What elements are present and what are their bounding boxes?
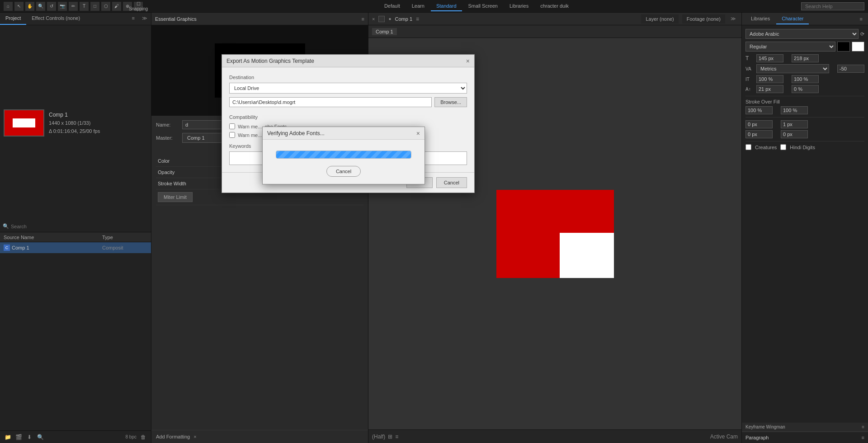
kf-wingman-menu[interactable]: ≡ [862,424,864,429]
warn-cb2-label: Warn me... [238,132,262,138]
snapping-checkbox[interactable]: ☐ Snapping [134,2,143,11]
export-dialog-close-btn[interactable]: × [466,57,470,65]
view-options-icon[interactable]: ≡ [395,434,398,440]
paint-tool[interactable]: 🖌 [112,2,121,11]
list-item[interactable]: C Comp 1 Composit [0,242,151,253]
leading-input[interactable] [792,54,819,62]
char-divider3 [745,141,864,141]
fill-swatch[interactable] [837,42,850,52]
select-tool[interactable]: ↖ [14,2,24,11]
browse-btn[interactable]: Browse... [434,97,467,107]
stroke-over-fill-label: Stroke Over Fill [745,99,780,104]
shape-tool[interactable]: □ [90,2,99,11]
miter-limit-btn[interactable]: Miter Limit [158,192,193,202]
verify-progress-bar [276,151,411,158]
camera-tool[interactable]: 📷 [58,2,67,11]
pen-tool[interactable]: ✏ [69,2,78,11]
font-row: Adobe Arabic ⟳ [745,29,864,39]
style-select[interactable]: Regular [745,42,835,52]
export-cancel-btn[interactable]: Cancel [436,177,467,188]
verify-close-btn[interactable]: × [416,130,420,137]
warn-cb2[interactable] [229,132,235,138]
eg-title: Essential Graphics [155,16,197,22]
puppet-tool[interactable]: ⬡ [101,2,110,11]
new-comp-icon[interactable]: 🎬 [14,433,23,441]
hindi-digits-checkbox[interactable] [780,144,786,150]
search-icon2[interactable]: 🔍 [36,433,44,441]
panel-menu-btn[interactable]: ≡ [128,13,138,25]
verify-cancel-btn[interactable]: Cancel [326,166,361,177]
verify-dialog-body: Cancel [263,140,425,184]
zoom-tool[interactable]: 🔍 [36,2,45,11]
char-content: Adobe Arabic ⟳ Regular T VA [742,25,868,423]
file-rows: C Comp 1 Composit [0,242,151,430]
kerning-select[interactable]: Metrics [756,64,829,73]
comp-header-expand-icon[interactable]: ≫ [729,14,738,24]
comp-thumbnail [4,109,44,137]
add-formatting-btn[interactable]: Add Formatting [156,434,190,439]
path-input[interactable] [229,97,432,107]
resolution-icon[interactable]: ⊞ [388,434,392,440]
comp-panel-header: × ● Comp 1 ≡ Layer (none) Footage (none)… [368,13,741,25]
tab-chracter[interactable]: chracter duik [535,1,574,11]
comp-tab-active[interactable]: Comp 1 [395,16,412,22]
tab-libraries[interactable]: Libraries [504,1,534,11]
tsume-input[interactable] [792,85,819,93]
stroke-width2-input[interactable] [781,106,808,114]
kf-wingman-section: Keyframe Wingman ≡ [742,423,868,432]
comp-icon: C [4,245,10,251]
panel-expand-btn[interactable]: ≫ [138,13,151,25]
search-input[interactable] [801,2,864,10]
zoom-level[interactable]: (Half) [372,434,385,440]
tab-project[interactable]: Project [0,13,26,25]
indent-row1 [745,120,864,128]
hindi-digits-label: Hindi Digits [790,145,815,150]
hand-tool[interactable]: ✋ [25,2,34,11]
verify-dialog-title: Verifying Adobe Fonts... [267,130,325,137]
tab-learn[interactable]: Learn [406,1,430,11]
warn-cb1[interactable] [229,123,235,129]
comp-tab-menu-icon[interactable]: ≡ [416,16,419,22]
footage-panel-tab[interactable]: Footage (none) [682,14,725,24]
destination-select[interactable]: Local Drive [229,83,467,94]
verify-dialog: Verifying Adobe Fonts... × Cancel [262,127,425,184]
indent-before-input[interactable] [745,120,773,128]
space-after-input[interactable] [781,130,808,138]
verify-progress-bg [276,151,411,159]
trash-icon[interactable]: 🗑 [139,433,147,441]
tab-small-screen[interactable]: Small Screen [463,1,503,11]
tab-libraries[interactable]: Libraries [745,14,775,24]
stroke-swatch[interactable] [852,42,864,52]
creatures-checkbox[interactable] [745,144,751,150]
vert-scale-input[interactable] [756,75,783,83]
char-panel-menu-icon[interactable]: ≡ [858,14,864,24]
tab-effect-controls[interactable]: Effect Controls (none) [26,13,85,25]
rotate-tool[interactable]: ↺ [47,2,56,11]
tracking-input[interactable] [837,65,864,73]
comp-name-badge: Comp 1 [372,28,397,35]
baseline-input[interactable] [756,85,783,93]
tab-default[interactable]: Default [379,1,406,11]
font-sync-icon[interactable]: ⟳ [860,31,864,37]
comp-tab-close-icon[interactable]: × [372,16,375,22]
import-icon[interactable]: ⬇ [25,433,33,441]
stroke-fill-row: Stroke Over Fill [745,99,864,104]
paragraph-label: Paragraph [745,435,769,440]
font-select[interactable]: Adobe Arabic [745,29,859,39]
paragraph-menu[interactable]: ≡ [862,435,864,440]
space-before-input[interactable] [745,130,773,138]
stroke-width-input[interactable] [745,106,773,114]
new-folder-icon[interactable]: 📁 [4,433,12,441]
tab-standard[interactable]: Standard [431,1,462,11]
layer-panel-tab[interactable]: Layer (none) [641,14,678,24]
export-dialog-title: Export As Motion Graphics Template [226,58,314,64]
project-search-input[interactable] [11,224,148,229]
horiz-scale-input[interactable] [792,75,819,83]
text-tool[interactable]: T [80,2,89,11]
indent-after-input[interactable] [781,120,808,128]
tab-character[interactable]: Character [776,14,809,24]
home-icon[interactable]: ⌂ [4,2,13,11]
font-size-input[interactable] [756,54,783,62]
eg-menu-icon[interactable]: ≡ [362,16,364,22]
add-formatting-close-icon[interactable]: × [193,434,196,439]
